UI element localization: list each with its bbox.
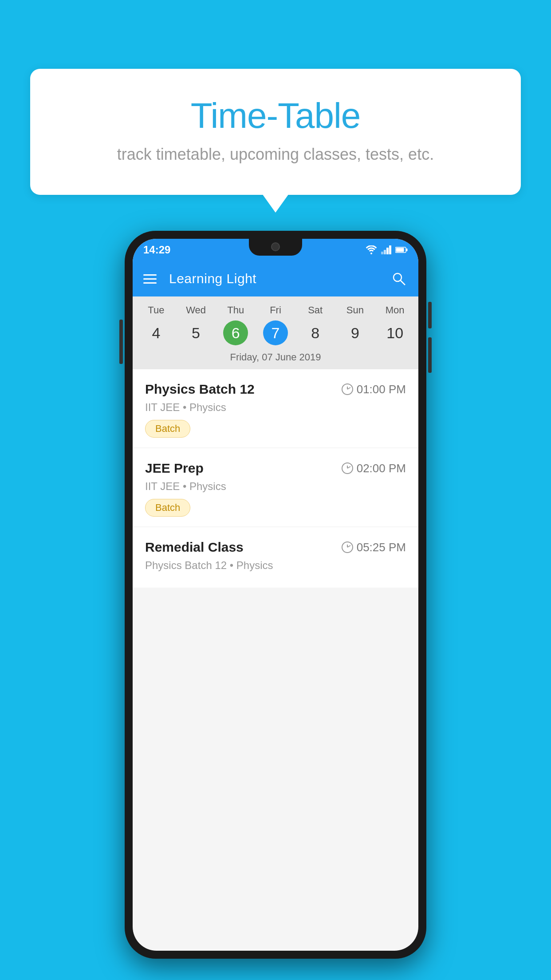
schedule-item-header-3: Remedial Class 05:25 PM [145, 540, 406, 555]
clock-icon-2 [342, 462, 353, 474]
svg-rect-6 [396, 248, 404, 252]
day-9[interactable]: 9 [342, 320, 367, 345]
status-icons [365, 245, 408, 254]
wifi-icon [365, 245, 378, 254]
schedule-time-3: 05:25 PM [342, 541, 406, 554]
day-label-thu: Thu [216, 303, 256, 318]
svg-rect-0 [381, 252, 383, 254]
clock-icon-1 [342, 383, 353, 395]
day-label-fri: Fri [256, 303, 295, 318]
page-subtitle: track timetable, upcoming classes, tests… [52, 145, 499, 164]
schedule-time-2: 02:00 PM [342, 462, 406, 475]
schedule-item-physics-batch[interactable]: Physics Batch 12 01:00 PM IIT JEE • Phys… [133, 369, 418, 447]
clock-icon-3 [342, 541, 353, 553]
days-labels: Tue Wed Thu Fri Sat Sun Mon [133, 303, 418, 318]
page-title: Time-Table [52, 95, 499, 136]
svg-rect-5 [406, 249, 408, 251]
svg-point-7 [394, 273, 401, 281]
day-8[interactable]: 8 [303, 320, 328, 345]
phone-screen: 14:29 [133, 239, 418, 951]
day-label-mon: Mon [375, 303, 415, 318]
schedule-title-1: Physics Batch 12 [145, 382, 255, 397]
phone-camera [271, 242, 280, 251]
app-toolbar: Learning Light [133, 261, 418, 296]
time-text-2: 02:00 PM [357, 462, 406, 475]
day-label-sat: Sat [295, 303, 335, 318]
schedule-time-1: 01:00 PM [342, 383, 406, 396]
volume-up-button [428, 302, 432, 328]
day-5[interactable]: 5 [184, 320, 209, 345]
svg-rect-1 [384, 250, 386, 254]
day-label-sun: Sun [335, 303, 375, 318]
day-4[interactable]: 4 [144, 320, 169, 345]
svg-rect-2 [386, 248, 389, 254]
selected-date-label: Friday, 07 June 2019 [133, 348, 418, 369]
volume-down-button [428, 337, 432, 373]
schedule-list: Physics Batch 12 01:00 PM IIT JEE • Phys… [133, 369, 418, 589]
schedule-title-2: JEE Prep [145, 461, 204, 476]
svg-line-8 [401, 281, 405, 285]
svg-rect-3 [389, 245, 391, 254]
calendar-header: Tue Wed Thu Fri Sat Sun Mon 4 5 6 7 8 9 … [133, 296, 418, 369]
schedule-subtitle-2: IIT JEE • Physics [145, 480, 406, 493]
time-text-1: 01:00 PM [357, 383, 406, 396]
app-title: Learning Light [169, 271, 390, 286]
schedule-item-header-1: Physics Batch 12 01:00 PM [145, 382, 406, 397]
schedule-subtitle-1: IIT JEE • Physics [145, 401, 406, 414]
hamburger-menu[interactable] [143, 274, 157, 284]
day-10[interactable]: 10 [382, 320, 407, 345]
battery-icon [395, 246, 408, 253]
batch-badge-1: Batch [145, 420, 190, 438]
power-button [119, 320, 123, 364]
phone-frame: 14:29 [125, 231, 426, 959]
day-label-wed: Wed [176, 303, 216, 318]
time-text-3: 05:25 PM [357, 541, 406, 554]
schedule-item-remedial[interactable]: Remedial Class 05:25 PM Physics Batch 12… [133, 527, 418, 588]
schedule-subtitle-3: Physics Batch 12 • Physics [145, 559, 406, 572]
batch-badge-2: Batch [145, 499, 190, 517]
search-button[interactable] [390, 270, 408, 288]
signal-icon [381, 245, 392, 254]
schedule-item-jee-prep[interactable]: JEE Prep 02:00 PM IIT JEE • Physics Batc… [133, 448, 418, 526]
day-6-today[interactable]: 6 [223, 320, 248, 345]
schedule-title-3: Remedial Class [145, 540, 244, 555]
speech-bubble: Time-Table track timetable, upcoming cla… [30, 69, 521, 195]
day-label-tue: Tue [136, 303, 176, 318]
status-time: 14:29 [143, 244, 170, 256]
day-7-selected[interactable]: 7 [263, 320, 288, 345]
phone-mockup: 14:29 [125, 231, 426, 959]
schedule-item-header-2: JEE Prep 02:00 PM [145, 461, 406, 476]
days-numbers: 4 5 6 7 8 9 10 [133, 318, 418, 348]
